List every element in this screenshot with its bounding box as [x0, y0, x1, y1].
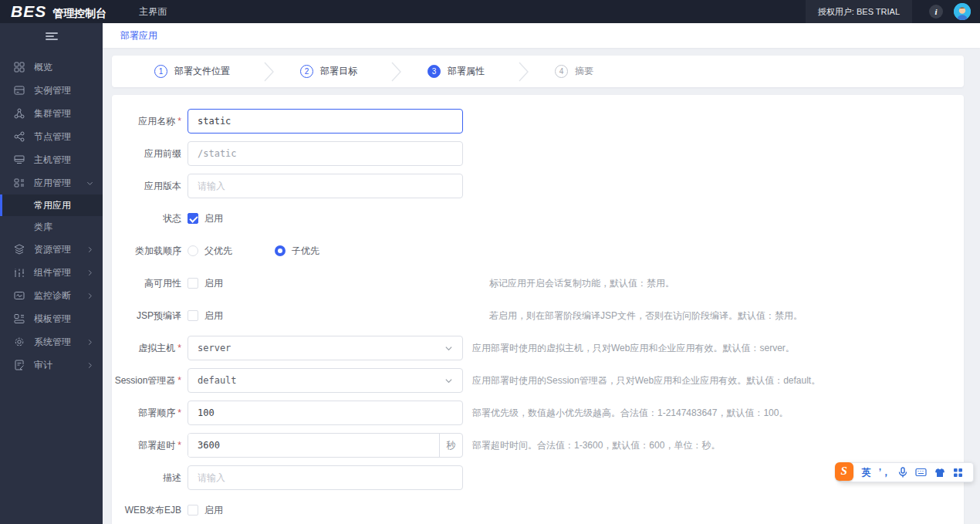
sidebar-item-system[interactable]: 系统管理 [0, 330, 103, 353]
top-bar: BES 管理控制台 主界面 授权用户: BES TRIAL i [0, 0, 980, 23]
sidebar-item-label: 概览 [34, 61, 52, 74]
parent-first-radio[interactable] [188, 245, 198, 256]
sidebar-item-template[interactable]: 模板管理 [0, 307, 103, 330]
sidebar-item-monitor[interactable]: 监控诊断 [0, 284, 103, 307]
sidebar-item-label: 实例管理 [34, 84, 71, 97]
main-content: 部署应用 1 部署文件位置 2 部署目标 3 部署属性 4 摘要 [103, 23, 980, 524]
logo-bes-text: BES [11, 2, 46, 21]
sidebar-item-instance[interactable]: 实例管理 [0, 79, 103, 102]
required-mark: * [177, 407, 181, 418]
field-label: 类加载顺序 [112, 245, 181, 258]
authorized-user-badge: 授权用户: BES TRIAL [806, 0, 912, 23]
step-number: 3 [427, 65, 441, 78]
status-enabled-checkbox[interactable] [188, 213, 198, 224]
app-prefix-input[interactable] [188, 141, 463, 166]
sidebar-item-label: 审计 [34, 359, 52, 372]
deploy-order-input[interactable] [188, 401, 463, 425]
field-help-text: 应用部署时使用的Session管理器，只对Web应用和企业应用有效。默认值：de… [472, 374, 820, 387]
toolbox-icon[interactable] [953, 468, 963, 478]
radio-label[interactable]: 子优先 [292, 245, 319, 258]
logo-suffix-text: 管理控制台 [52, 7, 106, 21]
sidebar-subitem-class-library[interactable]: 类库 [0, 216, 103, 238]
step-deploy-target[interactable]: 2 部署目标 [300, 65, 357, 78]
sidebar-collapse-toggle[interactable] [0, 23, 103, 49]
sidebar-item-label: 模板管理 [34, 313, 71, 326]
select-value: default [198, 375, 237, 386]
field-help-text: 应用部署时使用的虚拟主机，只对Web应用和企业应用有效。默认值：server。 [472, 342, 795, 355]
sidebar-item-component[interactable]: 组件管理 [0, 261, 103, 284]
deploy-timeout-group: 秒 [188, 433, 463, 458]
bes-logo[interactable]: BES 管理控制台 [0, 2, 106, 21]
ime-punctuation-toggle[interactable]: ’， [879, 466, 890, 479]
cluster-icon [14, 108, 25, 119]
required-mark: * [177, 116, 181, 127]
checkbox-label[interactable]: 启用 [204, 309, 223, 323]
avatar-image [954, 3, 971, 20]
app-name-input[interactable] [188, 109, 463, 134]
step-separator-icon [391, 62, 401, 82]
sidebar-item-label: 集群管理 [34, 107, 71, 120]
checkbox-label[interactable]: 启用 [204, 277, 223, 290]
step-label: 部署属性 [448, 65, 485, 78]
keyboard-icon[interactable] [915, 468, 927, 477]
sidebar-item-cluster[interactable]: 集群管理 [0, 102, 103, 125]
high-availability-checkbox[interactable] [188, 278, 198, 289]
description-input[interactable] [188, 465, 463, 490]
step-number: 1 [154, 65, 167, 78]
sogou-logo-icon[interactable]: S [835, 462, 853, 481]
sidebar-item-resource[interactable]: 资源管理 [0, 238, 103, 261]
sidebar-subitem-label: 常用应用 [34, 199, 71, 212]
field-help-text: 标记应用开启会话复制功能，默认值：禁用。 [489, 277, 674, 290]
sidebar-item-audit[interactable]: 审计 [0, 353, 103, 377]
breadcrumb[interactable]: 部署应用 [120, 29, 157, 42]
sidebar-item-host[interactable]: 主机管理 [0, 148, 103, 171]
field-label: 部署顺序* [112, 407, 181, 420]
microphone-icon[interactable] [898, 467, 907, 478]
chevron-right-icon [86, 339, 93, 346]
checkbox-label[interactable]: 启用 [204, 212, 223, 225]
instance-icon [14, 85, 25, 96]
app-version-input[interactable] [188, 174, 463, 198]
step-number: 4 [555, 65, 568, 78]
sidebar-item-node[interactable]: 节点管理 [0, 125, 103, 148]
form-row-high-availability: 高可用性 启用 标记应用开启会话复制功能，默认值：禁用。 [112, 271, 964, 296]
sidebar: 概览 实例管理 集群管理 节点管理 [0, 23, 103, 524]
form-row-session-manager: Session管理器* default 应用部署时使用的Session管理器，只… [112, 368, 964, 393]
child-first-radio[interactable] [275, 245, 286, 256]
step-summary[interactable]: 4 摘要 [555, 65, 593, 78]
field-label: Session管理器* [112, 374, 181, 387]
step-label: 部署目标 [320, 65, 357, 78]
form-row-app-version: 应用版本 [112, 174, 964, 198]
tab-main-ui[interactable]: 主界面 [139, 5, 167, 19]
skin-icon[interactable] [934, 468, 945, 478]
jsp-precompile-checkbox[interactable] [188, 310, 198, 321]
step-deploy-file-location[interactable]: 1 部署文件位置 [154, 65, 230, 78]
checkbox-label[interactable]: 启用 [204, 504, 223, 517]
form-row-virtual-host: 虚拟主机* server 应用部署时使用的虚拟主机，只对Web应用和企业应用有效… [112, 336, 964, 360]
avatar[interactable] [954, 3, 971, 20]
sidebar-item-app-management[interactable]: 应用管理 [0, 171, 103, 194]
form-row-web-publish-ejb: WEB发布EJB 启用 [112, 498, 964, 522]
required-mark: * [177, 343, 181, 353]
field-help-text: 部署优先级，数值越小优先级越高。合法值：1-2147483647，默认值：100… [472, 407, 788, 420]
step-number: 2 [300, 65, 313, 78]
sidebar-item-label: 资源管理 [34, 243, 71, 256]
sidebar-subitem-common-apps[interactable]: 常用应用 [0, 194, 103, 216]
chevron-right-icon [86, 269, 93, 276]
radio-label[interactable]: 父优先 [204, 245, 232, 258]
form-row-status: 状态 启用 [112, 206, 964, 231]
app-icon [14, 177, 25, 188]
sidebar-item-label: 监控诊断 [34, 289, 71, 303]
form-row-jsp-precompile: JSP预编译 启用 若启用，则在部署阶段编译JSP文件，否则在访问阶段编译。默认… [112, 303, 964, 328]
sidebar-item-overview[interactable]: 概览 [0, 56, 103, 79]
ime-language-mode[interactable]: 英 [862, 466, 871, 479]
deploy-timeout-input[interactable] [188, 434, 439, 457]
web-publish-ejb-checkbox[interactable] [188, 505, 198, 516]
info-icon[interactable]: i [929, 5, 943, 19]
sogou-ime-toolbar: S 英 ’， [839, 462, 974, 482]
sidebar-item-label: 主机管理 [34, 154, 71, 167]
step-deploy-properties[interactable]: 3 部署属性 [427, 65, 485, 78]
session-manager-select[interactable]: default [188, 368, 463, 393]
component-icon [14, 267, 25, 278]
virtual-host-select[interactable]: server [188, 336, 463, 360]
